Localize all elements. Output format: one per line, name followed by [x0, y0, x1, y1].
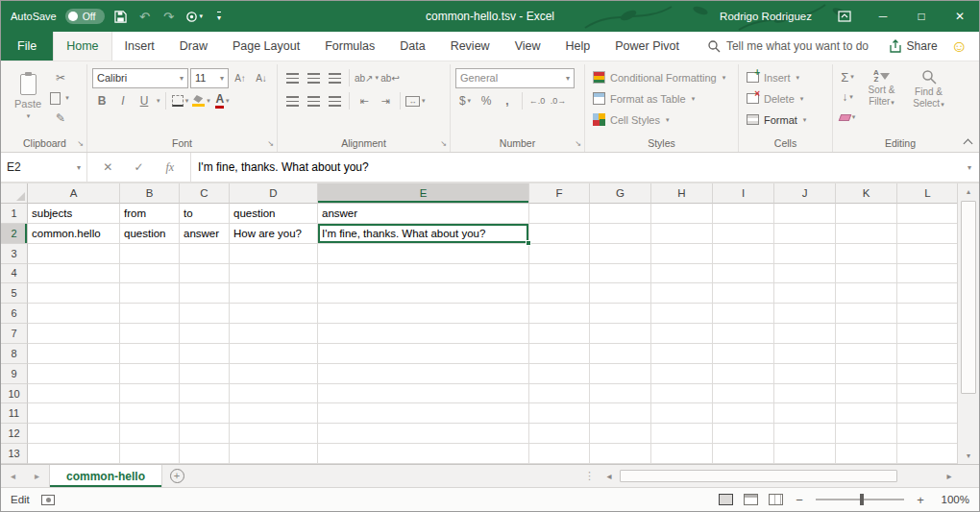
cell-F8[interactable]: [529, 344, 590, 364]
cell-F6[interactable]: [529, 304, 590, 324]
cell-J2[interactable]: [774, 224, 836, 244]
ribbon-tab-page-layout[interactable]: Page Layout: [220, 32, 312, 61]
cancel-button[interactable]: ✕: [97, 160, 118, 174]
paste-button[interactable]: Paste ▾: [8, 66, 48, 128]
row-header-11[interactable]: 11: [1, 403, 28, 424]
row-header-2[interactable]: 2: [1, 224, 28, 244]
cell-B9[interactable]: [120, 364, 180, 384]
cell-E1[interactable]: answer: [318, 204, 529, 224]
cell-K5[interactable]: [836, 283, 897, 304]
cell-F4[interactable]: [529, 264, 590, 284]
cell-F1[interactable]: [529, 204, 590, 224]
cell-H10[interactable]: [651, 384, 713, 404]
row-header-8[interactable]: 8: [1, 344, 28, 364]
row-header-7[interactable]: 7: [1, 324, 28, 344]
cell-K2[interactable]: [836, 224, 897, 244]
cell-F3[interactable]: [529, 244, 590, 264]
cell-K13[interactable]: [836, 444, 897, 464]
cell-E7[interactable]: [318, 324, 529, 344]
cell-G3[interactable]: [590, 244, 651, 264]
cell-C4[interactable]: [180, 264, 230, 284]
cell-F13[interactable]: [529, 444, 590, 464]
cell-C1[interactable]: to: [180, 204, 230, 224]
underline-options-chevron[interactable]: ▾: [157, 97, 160, 105]
row-header-10[interactable]: 10: [1, 384, 28, 404]
cell-L12[interactable]: [897, 424, 957, 444]
cut-button[interactable]: ✂: [51, 68, 70, 87]
row-header-9[interactable]: 9: [1, 364, 28, 384]
cell-A5[interactable]: [28, 283, 120, 304]
cell-J5[interactable]: [774, 283, 836, 304]
cell-B4[interactable]: [120, 264, 180, 284]
borders-button[interactable]: ▾: [171, 91, 190, 110]
zoom-slider-thumb[interactable]: [860, 494, 864, 505]
cell-J6[interactable]: [774, 304, 836, 324]
cell-A3[interactable]: [28, 244, 120, 264]
cell-K12[interactable]: [836, 424, 897, 444]
cell-D8[interactable]: [230, 344, 318, 364]
sheet-nav-left-button[interactable]: ◂: [1, 465, 25, 487]
cell-E5[interactable]: [318, 283, 529, 304]
cell-H13[interactable]: [651, 444, 713, 464]
cell-J7[interactable]: [774, 324, 836, 344]
cell-C11[interactable]: [180, 403, 230, 424]
save-button[interactable]: [113, 6, 129, 27]
undo-button[interactable]: ↶: [137, 6, 153, 27]
percent-style-button[interactable]: %: [477, 91, 496, 110]
enter-button[interactable]: ✓: [129, 160, 150, 174]
ribbon-tab-draw[interactable]: Draw: [167, 32, 220, 61]
format-as-table-button[interactable]: Format as Table▾: [590, 88, 733, 109]
cell-F2[interactable]: [529, 224, 590, 244]
number-format-select[interactable]: General▾: [455, 68, 575, 88]
cell-K7[interactable]: [836, 324, 897, 344]
merge-center-button[interactable]: ↔▾: [405, 91, 426, 110]
row-header-12[interactable]: 12: [1, 424, 28, 444]
cell-G10[interactable]: [590, 384, 651, 404]
fill-handle[interactable]: [526, 240, 531, 246]
touch-mode-button[interactable]: ▾: [185, 6, 204, 27]
accounting-format-button[interactable]: $▾: [455, 91, 475, 110]
cell-E12[interactable]: [318, 424, 529, 444]
cell-B8[interactable]: [120, 344, 180, 364]
cell-L6[interactable]: [897, 304, 957, 324]
cell-D5[interactable]: [230, 283, 318, 304]
cell-I12[interactable]: [713, 424, 774, 444]
tell-me-box[interactable]: Tell me what you want to do: [707, 32, 869, 61]
align-center-button[interactable]: [304, 91, 323, 110]
cell-I1[interactable]: [713, 204, 774, 224]
cell-G4[interactable]: [590, 264, 651, 284]
cell-C13[interactable]: [180, 444, 230, 464]
scroll-down-button[interactable]: ▾: [958, 448, 979, 464]
cell-J8[interactable]: [774, 344, 836, 364]
format-cells-button[interactable]: Format▾: [744, 110, 827, 130]
cell-C5[interactable]: [180, 283, 230, 304]
orientation-button[interactable]: ab↗▾: [355, 68, 379, 87]
cell-B13[interactable]: [120, 444, 180, 464]
top-align-button[interactable]: [282, 68, 302, 87]
cell-J10[interactable]: [774, 384, 836, 404]
row-header-6[interactable]: 6: [1, 304, 28, 324]
minimize-button[interactable]: ─: [864, 1, 902, 32]
cell-K11[interactable]: [836, 403, 897, 424]
row-header-13[interactable]: 13: [1, 444, 28, 464]
cell-E3[interactable]: [318, 244, 529, 264]
cell-H9[interactable]: [651, 364, 713, 384]
cell-I13[interactable]: [713, 444, 774, 464]
cell-H11[interactable]: [651, 403, 713, 424]
font-color-button[interactable]: A▾: [213, 91, 233, 110]
normal-view-button[interactable]: [719, 494, 733, 505]
cell-F7[interactable]: [529, 324, 590, 344]
cell-L2[interactable]: [897, 224, 957, 244]
cell-J13[interactable]: [774, 444, 836, 464]
column-header-D[interactable]: D: [230, 183, 318, 204]
cell-D4[interactable]: [230, 264, 318, 284]
cell-K9[interactable]: [836, 364, 897, 384]
zoom-level[interactable]: 100%: [937, 494, 969, 505]
cell-D11[interactable]: [230, 403, 318, 424]
cell-E8[interactable]: [318, 344, 529, 364]
cell-K1[interactable]: [836, 204, 897, 224]
cell-H1[interactable]: [651, 204, 713, 224]
name-box[interactable]: E2 ▾: [1, 153, 87, 182]
cell-E9[interactable]: [318, 364, 529, 384]
cell-F10[interactable]: [529, 384, 590, 404]
